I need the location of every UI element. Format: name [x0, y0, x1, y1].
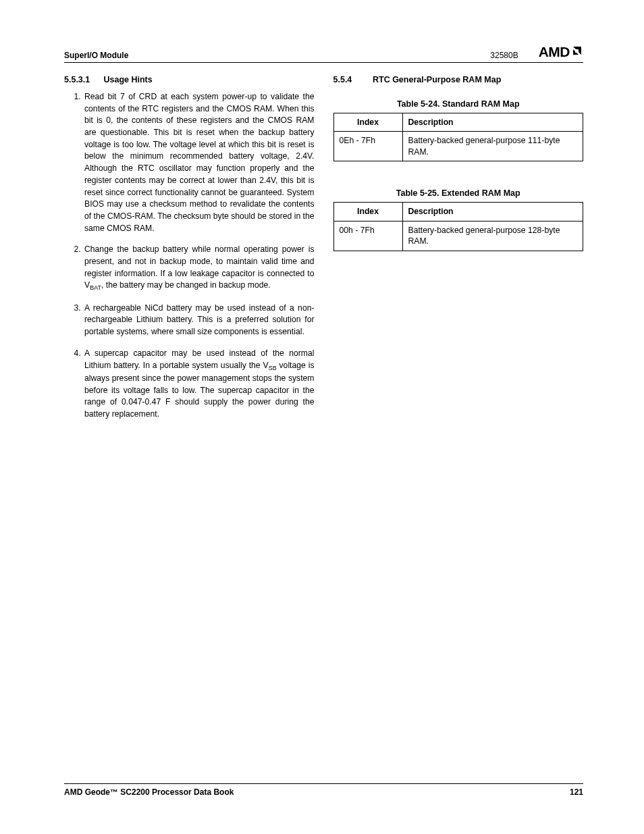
page-header: SuperI/O Module 32580B AMD: [64, 44, 583, 63]
section-number: 5.5.4: [333, 75, 371, 84]
col-header-description: Description: [402, 203, 583, 221]
col-header-index: Index: [333, 203, 402, 221]
amd-logo: AMD: [539, 44, 583, 60]
footer-book-title: AMD Geode™ SC2200 Processor Data Book: [64, 787, 234, 797]
ram-map-heading: 5.5.4 RTC General-Purpose RAM Map: [333, 75, 584, 84]
cell-index: 00h - 7Fh: [333, 221, 402, 251]
usage-hint-item: A supercap capacitor may be used instead…: [83, 348, 315, 421]
usage-hints-list: Read bit 7 of CRD at each system power-u…: [64, 91, 315, 421]
content-columns: 5.5.3.1 Usage Hints Read bit 7 of CRD at…: [64, 75, 583, 430]
amd-logo-text: AMD: [539, 44, 570, 60]
footer-page-number: 121: [570, 787, 583, 797]
cell-description: Battery-backed general-purpose 128-byte …: [402, 221, 583, 251]
usage-hint-item: Change the backup battery while normal o…: [83, 244, 315, 293]
usage-hint-item: Read bit 7 of CRD at each system power-u…: [83, 91, 315, 234]
section-title: RTC General-Purpose RAM Map: [373, 75, 501, 84]
tables-container: Table 5-24. Standard RAM MapIndexDescrip…: [333, 99, 584, 251]
header-right: 32580B AMD: [490, 44, 583, 60]
table-row: 00h - 7FhBattery-backed general-purpose …: [333, 221, 583, 251]
amd-arrow-icon: [571, 44, 583, 60]
table-caption: Table 5-24. Standard RAM Map: [333, 99, 584, 109]
usage-hint-item: A rechargeable NiCd battery may be used …: [83, 303, 315, 338]
section-number: 5.5.3.1: [64, 75, 101, 84]
header-module: SuperI/O Module: [64, 51, 128, 60]
ram-table: IndexDescription00h - 7FhBattery-backed …: [333, 202, 584, 251]
cell-index: 0Eh - 7Fh: [333, 132, 402, 161]
right-column: 5.5.4 RTC General-Purpose RAM Map Table …: [333, 75, 584, 430]
page-footer: AMD Geode™ SC2200 Processor Data Book 12…: [64, 783, 583, 797]
left-column: 5.5.3.1 Usage Hints Read bit 7 of CRD at…: [64, 75, 315, 430]
col-header-description: Description: [402, 113, 583, 132]
cell-description: Battery-backed general-purpose 111-byte …: [402, 132, 583, 161]
page: SuperI/O Module 32580B AMD 5.5.3.1 Usage…: [0, 0, 644, 834]
usage-hints-heading: 5.5.3.1 Usage Hints: [64, 75, 315, 84]
table-caption: Table 5-25. Extended RAM Map: [333, 188, 584, 198]
doc-number: 32580B: [490, 51, 518, 60]
table-row: 0Eh - 7FhBattery-backed general-purpose …: [333, 132, 583, 161]
col-header-index: Index: [333, 113, 402, 132]
ram-table: IndexDescription0Eh - 7FhBattery-backed …: [333, 113, 584, 161]
section-title: Usage Hints: [103, 75, 152, 84]
